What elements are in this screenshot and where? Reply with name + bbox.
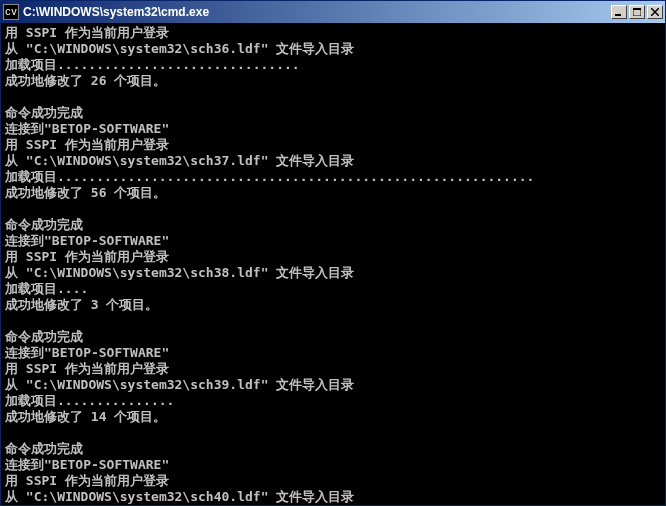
console-line: 加载项目.... [5,281,661,297]
close-icon [651,8,659,16]
console-line: 用 SSPI 作为当前用户登录 [5,361,661,377]
minimize-icon [615,8,623,16]
console-line: 命令成功完成 [5,105,661,121]
console-line: 连接到"BETOP-SOFTWARE" [5,233,661,249]
console-line [5,313,661,329]
console-line: 用 SSPI 作为当前用户登录 [5,137,661,153]
console-line: 加载项目............................... [5,57,661,73]
console-line: 成功地修改了 14 个项目。 [5,409,661,425]
console-line: 从 "C:\WINDOWS\system32\sch36.ldf" 文件导入目录 [5,41,661,57]
maximize-button[interactable] [629,5,645,19]
console-line: 成功地修改了 56 个项目。 [5,185,661,201]
window-title: C:\WINDOWS\system32\cmd.exe [23,5,611,19]
console-line [5,89,661,105]
console-line [5,201,661,217]
window-controls [611,5,663,19]
console-line: 连接到"BETOP-SOFTWARE" [5,457,661,473]
minimize-button[interactable] [611,5,627,19]
console-line: 命令成功完成 [5,329,661,345]
console-line [5,425,661,441]
svg-rect-0 [615,14,621,16]
console-line: 用 SSPI 作为当前用户登录 [5,473,661,489]
cmd-icon: cv [3,4,19,20]
console-line: 从 "C:\WINDOWS\system32\sch38.ldf" 文件导入目录 [5,265,661,281]
close-button[interactable] [647,5,663,19]
console-line: 命令成功完成 [5,441,661,457]
console-line: 连接到"BETOP-SOFTWARE" [5,345,661,361]
console-line: 用 SSPI 作为当前用户登录 [5,249,661,265]
console-line: 用 SSPI 作为当前用户登录 [5,25,661,41]
titlebar[interactable]: cv C:\WINDOWS\system32\cmd.exe [1,1,665,23]
cmd-window: cv C:\WINDOWS\system32\cmd.exe 用 SSPI 作为… [0,0,666,506]
console-line: 成功地修改了 26 个项目。 [5,73,661,89]
console-line: 连接到"BETOP-SOFTWARE" [5,121,661,137]
console-line: 从 "C:\WINDOWS\system32\sch40.ldf" 文件导入目录 [5,489,661,505]
svg-rect-2 [633,8,641,10]
console-output[interactable]: 用 SSPI 作为当前用户登录从 "C:\WINDOWS\system32\sc… [1,23,665,505]
console-line: 从 "C:\WINDOWS\system32\sch37.ldf" 文件导入目录 [5,153,661,169]
maximize-icon [633,8,641,16]
console-line: 从 "C:\WINDOWS\system32\sch39.ldf" 文件导入目录 [5,377,661,393]
console-line: 加载项目....................................… [5,169,661,185]
console-line: 命令成功完成 [5,217,661,233]
console-line: 加载项目............... [5,393,661,409]
console-line: 成功地修改了 3 个项目。 [5,297,661,313]
